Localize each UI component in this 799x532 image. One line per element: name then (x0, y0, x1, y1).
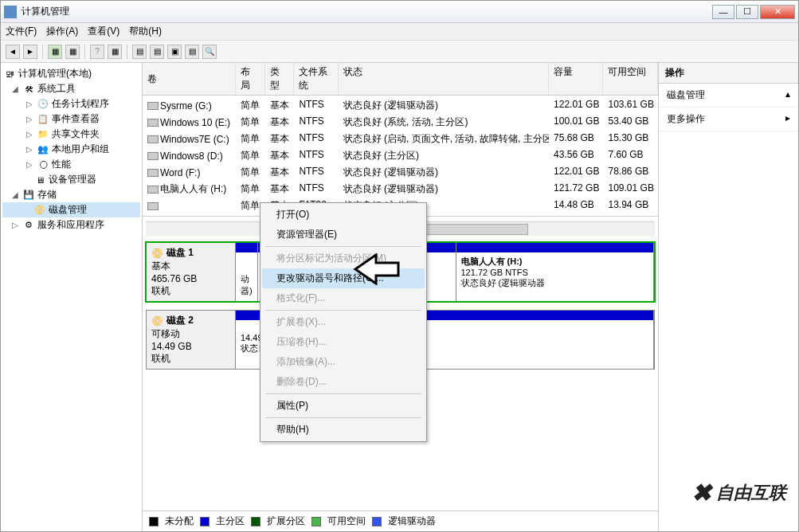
tree-label: 任务计划程序 (52, 97, 109, 111)
volume-name: Sysrme (G:) (160, 100, 212, 111)
tree-label: 本地用户和组 (52, 143, 109, 156)
tree-pane[interactable]: 🖳 计算机管理(本地) ◢ 🛠 系统工具 ▷ 🕒 任务计划程序 ▷ 📋 事件查看… (1, 63, 143, 531)
disk-type: 可移动 (151, 327, 230, 341)
menu-view[interactable]: 查看(V) (88, 25, 119, 38)
close-button[interactable]: ✕ (760, 5, 795, 19)
drive-icon (147, 186, 159, 194)
volume-layout: 简单 (236, 182, 264, 197)
cm-change-letter[interactable]: 更改驱动器号和路径(C)... (262, 268, 425, 288)
tree-label: 性能 (52, 158, 71, 171)
toolbar-icon[interactable]: ▦ (48, 45, 62, 59)
legend-free-swatch (311, 517, 321, 526)
tree-shared[interactable]: ▷ 📁 共享文件夹 (2, 127, 140, 142)
col-capacity[interactable]: 容量 (549, 63, 604, 95)
menu-file[interactable]: 文件(F) (6, 25, 37, 38)
toolbar-icon[interactable]: ▤ (150, 45, 164, 59)
actions-more[interactable]: 更多操作 ▸ (659, 108, 798, 131)
col-status[interactable]: 状态 (339, 63, 549, 95)
tree-storage[interactable]: ◢ 💾 存储 (2, 187, 140, 202)
disk-size: 14.49 GB (151, 341, 230, 352)
disk-icon: 📀 (151, 248, 163, 259)
toolbar-icon[interactable]: ▣ (167, 45, 182, 59)
disk-icon: 📀 (34, 205, 45, 216)
tree-users[interactable]: ▷ 👥 本地用户和组 (2, 142, 140, 157)
titlebar[interactable]: 计算机管理 — ☐ ✕ (1, 1, 798, 23)
volume-row[interactable]: Windows 10 (E:)简单基本NTFS状态良好 (系统, 活动, 主分区… (143, 114, 658, 131)
device-icon: 🖥 (34, 174, 45, 186)
toolbar-icon[interactable]: ▤ (185, 45, 199, 59)
cm-open[interactable]: 打开(O) (262, 205, 425, 225)
back-icon[interactable]: ◄ (6, 45, 20, 59)
expand-icon[interactable]: ▷ (25, 145, 34, 154)
partition-h[interactable]: 电脑人人有 (H:) 121.72 GB NTFS 状态良好 (逻辑驱动器 (456, 243, 655, 301)
volume-status: 状态良好 (逻辑驱动器) (339, 98, 549, 113)
volume-layout: 简单 (236, 98, 264, 113)
volume-row[interactable]: Windows7E (C:)简单基本NTFS状态良好 (启动, 页面文件, 活动… (143, 131, 658, 147)
volume-status: 状态良好 (逻辑驱动器) (339, 182, 549, 197)
tree-devmgr[interactable]: 🖥 设备管理器 (2, 172, 140, 187)
folder-icon: 📁 (37, 129, 49, 140)
collapse-icon[interactable]: ◢ (10, 84, 20, 93)
computer-icon: 🖳 (4, 68, 15, 80)
menu-action[interactable]: 操作(A) (46, 25, 78, 38)
tree-services[interactable]: ▷ ⚙ 服务和应用程序 (2, 217, 140, 233)
volume-type: 基本 (265, 165, 294, 180)
actions-section[interactable]: 磁盘管理 ▴ (659, 84, 798, 108)
minimize-button[interactable]: — (712, 5, 734, 19)
expand-icon[interactable]: ▷ (25, 130, 34, 139)
col-fs[interactable]: 文件系统 (294, 63, 338, 95)
drive-icon (147, 102, 159, 110)
cm-mark-active: 将分区标记为活动分区(M) (262, 248, 425, 268)
volume-row[interactable]: Sysrme (G:)简单基本NTFS状态良好 (逻辑驱动器)122.01 GB… (143, 97, 658, 114)
col-type[interactable]: 类型 (265, 63, 295, 95)
tree-label: 服务和应用程序 (37, 218, 104, 232)
tree-diskmgmt[interactable]: 📀 磁盘管理 (2, 202, 140, 217)
volume-row[interactable]: Word (F:)简单基本NTFS状态良好 (逻辑驱动器)122.01 GB78… (143, 164, 658, 181)
partition-fragment[interactable]: 动器) (236, 243, 258, 301)
expand-icon[interactable]: ▷ (25, 115, 34, 123)
menu-help[interactable]: 帮助(H) (129, 25, 162, 38)
toolbar-icon[interactable]: ▤ (132, 45, 147, 59)
col-layout[interactable]: 布局 (236, 63, 265, 95)
watermark-icon: ✖ (691, 479, 711, 507)
collapse-icon[interactable]: ◢ (10, 190, 20, 199)
cm-help[interactable]: 帮助(H) (262, 420, 425, 440)
volume-capacity: 122.01 GB (549, 165, 603, 180)
tree-eventviewer[interactable]: ▷ 📋 事件查看器 (2, 111, 140, 127)
tree-systools[interactable]: ◢ 🛠 系统工具 (2, 81, 140, 96)
volume-fs: NTFS (294, 148, 338, 163)
volume-list[interactable]: Sysrme (G:)简单基本NTFS状态良好 (逻辑驱动器)122.01 GB… (143, 96, 658, 216)
context-menu: 打开(O) 资源管理器(E) 将分区标记为活动分区(M) 更改驱动器号和路径(C… (260, 202, 427, 442)
toolbar-icon[interactable]: ▦ (65, 45, 80, 59)
volume-row[interactable]: Windows8 (D:)简单基本NTFS状态良好 (主分区)43.56 GB7… (143, 147, 658, 164)
legend-unallocated: 未分配 (165, 514, 194, 528)
cm-explore[interactable]: 资源管理器(E) (262, 225, 425, 244)
refresh-icon[interactable]: ? (90, 45, 104, 59)
toolbar-icon[interactable]: ▦ (108, 45, 122, 59)
volume-layout: 简单 (236, 165, 264, 180)
legend-primary: 主分区 (216, 514, 245, 528)
volume-fs: NTFS (294, 131, 338, 147)
expand-icon[interactable]: ▷ (25, 160, 34, 169)
maximize-button[interactable]: ☐ (736, 5, 758, 19)
col-volume[interactable]: 卷 (143, 63, 236, 95)
tree-perf[interactable]: ▷ 🞅 性能 (2, 157, 140, 172)
forward-icon[interactable]: ► (23, 45, 37, 59)
volume-free: 7.60 GB (604, 148, 658, 163)
volume-free: 103.61 GB (604, 98, 658, 113)
volume-free: 13.94 GB (604, 198, 658, 213)
volume-type: 基本 (265, 98, 294, 113)
volume-free: 78.86 GB (604, 165, 658, 180)
event-icon: 📋 (37, 114, 49, 125)
volume-row[interactable]: 电脑人人有 (H:)简单基本NTFS状态良好 (逻辑驱动器)121.72 GB1… (143, 181, 658, 198)
disk-2-info: 📀磁盘 2 可移动 14.49 GB 联机 (147, 311, 236, 369)
cm-properties[interactable]: 属性(P) (262, 396, 425, 416)
actions-more-label: 更多操作 (667, 112, 705, 126)
tree-scheduler[interactable]: ▷ 🕒 任务计划程序 (2, 96, 140, 111)
toolbar-icon[interactable]: 🔍 (202, 45, 217, 59)
expand-icon[interactable]: ▷ (25, 100, 34, 108)
app-icon (4, 6, 17, 18)
col-free[interactable]: 可用空间 (603, 63, 658, 95)
tree-root[interactable]: 🖳 计算机管理(本地) (2, 66, 140, 81)
expand-icon[interactable]: ▷ (10, 221, 20, 229)
